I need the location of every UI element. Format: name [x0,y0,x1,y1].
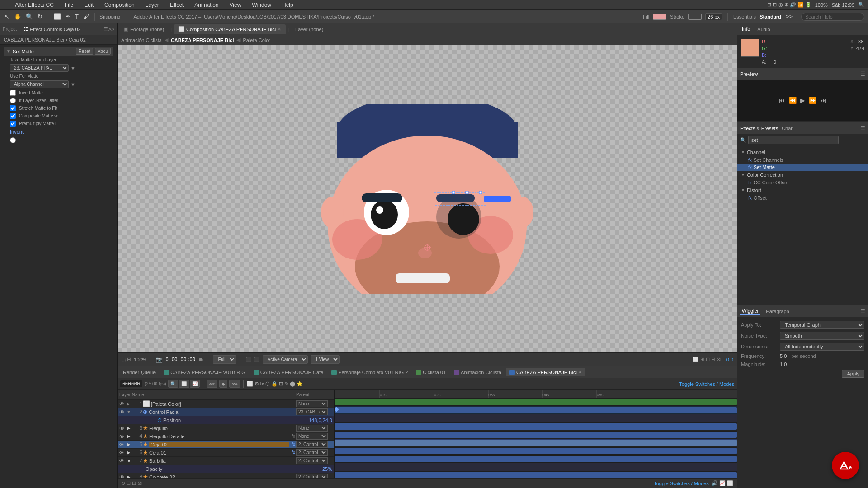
layer-8-vis[interactable]: 👁 [119,474,126,479]
category-color-correction[interactable]: ▼ Color Correction [737,171,868,179]
layer-6-parent-select[interactable]: 2. Control Fa [296,449,328,456]
tab-footage[interactable]: ▣ Footage (none) [119,24,169,34]
layer-4-parent[interactable]: None [296,433,332,440]
search-icon[interactable]: 🔍 [858,2,864,8]
tl-mode-btn[interactable]: ⬜ [179,380,189,388]
hand-tool[interactable]: ✋ [13,12,22,21]
cabeza-bici-close[interactable]: ✕ [578,370,582,375]
layer-row-2[interactable]: 👁 ▼ 2 ⊕ Control Facial 23. CABEZA [118,408,334,416]
layer-7-parent-select[interactable]: 2. Control Fa [296,457,328,464]
wiggler-frequency-value[interactable]: 5,0 [780,353,787,359]
preview-skip-start[interactable]: ⏮ [779,97,785,104]
tab-animacion[interactable]: Animación Ciclista [450,368,505,376]
tl-search-btn[interactable]: 🔍 [168,380,178,388]
timeline-playhead[interactable] [335,390,335,398]
effect-controls-tab[interactable]: ☷ [24,26,28,32]
tab-render-queue[interactable]: Render Queue [119,368,159,376]
layer-sizes-radio[interactable] [10,98,16,103]
tab-effects-presets[interactable]: Effects & Presets [740,126,778,131]
effect-reset-btn[interactable]: Reset [76,48,93,55]
layer-2-expand[interactable]: ▼ [127,409,132,414]
category-channel[interactable]: ▼ Channel [737,148,868,156]
timecode-record-btn[interactable]: ⏺ [198,357,203,363]
workspace-essential[interactable]: Essentials [733,14,756,19]
preview-skip-end[interactable]: ⏭ [820,97,826,104]
effects-menu[interactable]: ☰ [860,125,865,131]
snapshot-btn[interactable]: 📷 [156,357,163,363]
ae-logo-button[interactable]: e [832,452,859,479]
menu-window[interactable]: Window [250,1,273,9]
layer-6-vis[interactable]: 👁 [119,450,126,455]
effect-about-btn[interactable]: Abou [95,48,111,55]
shape-tools[interactable]: ⬜ [53,12,62,21]
pos-stopwatch[interactable]: ⏱ [157,418,162,423]
layer-2-parent[interactable]: 23. CABEZA [296,408,332,415]
stroke-swatch[interactable] [688,14,702,20]
layer-row-6[interactable]: 👁 ▶ 6 ★ Ceja 01 fx 2. Control Fa [118,449,334,457]
preview-tab[interactable]: Preview [740,71,758,77]
preview-menu[interactable]: ☰ [860,71,865,77]
tab-char[interactable]: Char [782,126,793,131]
category-distort[interactable]: ▼ Distort [737,186,868,194]
menu-help[interactable]: Help [280,1,295,9]
preview-next-frame[interactable]: ⏩ [809,97,816,104]
layer-1-vis[interactable]: 👁 [119,401,126,407]
layer-1-expand[interactable]: ▶ [127,401,132,406]
layer-3-parent[interactable]: None [296,425,332,432]
tab-comp-close[interactable]: ✕ [278,27,281,32]
camera-select[interactable]: Active Camera [263,355,308,364]
tab-cabeza-rig[interactable]: CABEZA PERSONAJE V01B RIG [160,368,249,376]
layer-8-parent[interactable]: 2. Control Fa [296,474,332,478]
zoom-tool[interactable]: 🔍 [25,12,34,21]
layer-3-parent-select[interactable]: None [296,425,328,432]
effect-offset[interactable]: fx Offset [737,194,868,202]
take-matte-dropdown[interactable]: 23. CABEZA PPAL [10,64,69,72]
breadcrumb-comp[interactable]: CABEZA PERSONAJE Bici [171,38,234,43]
project-tab[interactable]: Project [3,27,17,32]
panel-expand-btn[interactable]: >> [108,26,114,33]
tl-frame-prev[interactable]: ⋘ [207,380,217,388]
menu-file[interactable]: File [63,1,75,9]
wiggler-apply-btn[interactable]: Apply [842,370,864,378]
menu-composition[interactable]: Composition [103,1,137,9]
invert-matte-row[interactable]: Invert Matte [4,89,113,97]
tl-keyframe-add[interactable]: ◆ [219,380,227,388]
wiggler-noise-type-select[interactable]: Smooth [780,332,864,340]
workspace-expand[interactable]: >> [785,12,793,21]
layer-8-parent-select[interactable]: 2. Control Fa [296,474,328,478]
tl-graph-btn[interactable]: 📈 [190,380,200,388]
layer-row-5[interactable]: 👁 ▶ 5 ★ Ceja 02 fx 2. Control Fa [118,441,334,449]
tab-layer[interactable]: Layer (none) [291,25,328,34]
extra-radio[interactable] [10,137,16,143]
view-select[interactable]: 1 View [311,355,340,364]
select-tool[interactable]: ↖ [4,12,10,21]
layer-3-vis[interactable]: 👁 [119,426,126,431]
layer-4-vis[interactable]: 👁 [119,434,126,439]
menu-view[interactable]: View [228,1,243,9]
layer-row-4[interactable]: 👁 ▶ 4 ★ Flequillo Detalle fx None [118,432,334,441]
tab-wiggler[interactable]: Wiggler [740,307,760,315]
layer-row-3[interactable]: 👁 ▶ 3 ★ Flequillo None [118,424,334,432]
panel-menu-btn[interactable]: ☰ [103,26,108,33]
layer-1-parent[interactable]: None [296,400,332,407]
tl-frame-next[interactable]: ⋙ [229,380,240,388]
help-search[interactable] [801,13,864,21]
menu-ae[interactable]: After Effects CC [13,1,56,9]
layer-1-parent-select[interactable]: None [296,400,328,407]
menu-edit[interactable]: Edit [82,1,95,9]
breadcrumb-paleta[interactable]: Paleta Color [243,38,270,43]
workspace-standard[interactable]: Standard [760,14,781,19]
fill-swatch[interactable] [653,14,666,20]
tl-toggle-switches[interactable]: Toggle Switches / Modes [679,381,734,387]
layer-row-8[interactable]: 👁 ▶ 8 ★ Colorete 02 2. Control Fa [118,473,334,478]
tab-paragraph[interactable]: Paragraph [764,308,791,315]
effect-cc-color-offset[interactable]: fx CC Color Offset [737,179,868,186]
menu-layer[interactable]: Layer [144,1,161,9]
breadcrumb-animation[interactable]: Animación Ciclista [121,38,162,43]
tab-personaje-rig[interactable]: Personaje Completo V01 RIG 2 [328,368,411,376]
menu-effect[interactable]: Effect [168,1,185,9]
layer-5-vis[interactable]: 👁 [119,442,126,447]
stretch-matte-row[interactable]: Stretch Matte to Fit [4,104,113,112]
invert-matte-checkbox[interactable] [10,90,16,96]
premultiply-checkbox[interactable] [10,121,16,127]
